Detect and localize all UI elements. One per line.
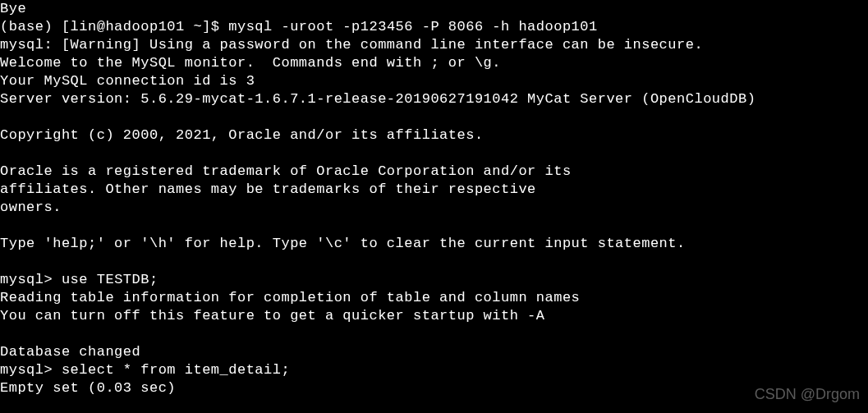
command-text: use TESTDB;	[62, 272, 158, 287]
output-line: Reading table information for completion…	[0, 290, 580, 305]
terminal-output[interactable]: Bye (base) [lin@hadoop101 ~]$ mysql -uro…	[0, 0, 868, 413]
mysql-prompt: mysql>	[0, 272, 62, 287]
output-line: affiliates. Other names may be trademark…	[0, 181, 536, 197]
output-line: Empty set (0.03 sec)	[0, 380, 176, 396]
output-line: Server version: 5.6.29-mycat-1.6.7.1-rel…	[0, 91, 755, 107]
output-line: You can turn off this feature to get a q…	[0, 308, 545, 324]
output-line: Oracle is a registered trademark of Orac…	[0, 163, 572, 179]
command-text: select * from item_detail;	[62, 362, 290, 378]
output-line: Welcome to the MySQL monitor. Commands e…	[0, 55, 501, 71]
output-line: Type 'help;' or '\h' for help. Type '\c'…	[0, 236, 686, 251]
output-line: mysql: [Warning] Using a password on the…	[0, 37, 703, 53]
shell-prompt: (base) [lin@hadoop101 ~]$	[0, 19, 228, 34]
command-text: mysql -uroot -p123456 -P 8066 -h hadoop1…	[228, 19, 597, 34]
watermark-text: CSDN @Drgom	[755, 385, 860, 403]
output-line: Bye	[0, 1, 26, 16]
mysql-prompt: mysql>	[0, 362, 62, 378]
output-line: Copyright (c) 2000, 2021, Oracle and/or …	[0, 127, 484, 143]
output-line: Database changed	[0, 344, 140, 360]
output-line: owners.	[0, 200, 62, 215]
output-line: Your MySQL connection id is 3	[0, 73, 255, 89]
